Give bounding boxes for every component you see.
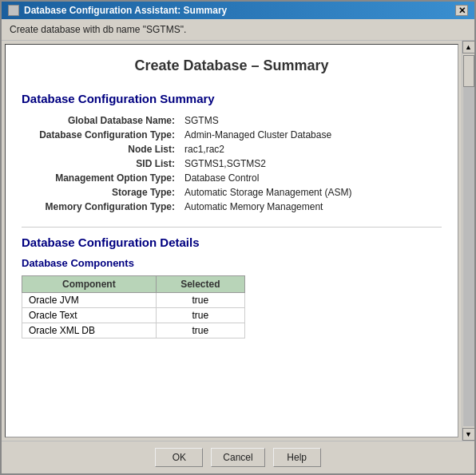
scrollbar-track[interactable] [463,55,474,426]
details-section-title: Database Configuration Details [22,236,442,249]
summary-label: Storage Type: [22,185,181,200]
component-selected: true [156,323,244,338]
summary-label: Node List: [22,142,181,156]
section-divider [22,227,442,228]
summary-row: Node List: rac1,rac2 [22,142,442,156]
main-window: Database Configuration Assistant: Summar… [0,0,476,475]
window-icon [8,5,19,16]
summary-label: Memory Configuration Type: [22,200,181,214]
main-area: Create Database – Summary Database Confi… [2,41,474,441]
scrollbar-down-button[interactable]: ▼ [462,428,475,441]
summary-row: Memory Configuration Type: Automatic Mem… [22,200,442,214]
components-table: Component Selected Oracle JVM true Oracl… [22,275,245,338]
info-bar: Create database with db name "SGTMS". [2,19,474,41]
scrollbar[interactable]: ▲ ▼ [462,41,474,441]
summary-row: Storage Type: Automatic Storage Manageme… [22,185,442,200]
scrollbar-thumb[interactable] [463,55,474,87]
footer: OK Cancel Help [2,441,474,473]
summary-table: Global Database Name: SGTMS Database Con… [22,113,442,214]
summary-section-title: Database Configuration Summary [22,92,442,105]
component-selected: true [156,293,244,308]
summary-row: SID List: SGTMS1,SGTMS2 [22,156,442,171]
info-text: Create database with db name "SGTMS". [10,24,186,35]
summary-value: Admin-Managed Cluster Database [181,128,442,142]
ok-button[interactable]: OK [155,448,203,467]
component-name: Oracle Text [22,308,157,323]
summary-value: SGTMS [181,113,442,128]
summary-label: SID List: [22,156,181,171]
help-button[interactable]: Help [273,448,321,467]
component-name: Oracle JVM [22,293,157,308]
summary-row: Database Configuration Type: Admin-Manag… [22,128,442,142]
close-button[interactable]: ✕ [455,5,468,16]
summary-value: Automatic Storage Management (ASM) [181,185,442,200]
components-title: Database Components [22,257,442,269]
component-selected: true [156,308,244,323]
summary-label: Management Option Type: [22,171,181,185]
scrollbar-up-button[interactable]: ▲ [462,41,475,53]
summary-row: Management Option Type: Database Control [22,171,442,185]
summary-label: Global Database Name: [22,113,181,128]
content-panel: Create Database – Summary Database Confi… [5,44,458,437]
summary-value: SGTMS1,SGTMS2 [181,156,442,171]
component-col-header: Component [22,276,157,293]
component-row: Oracle JVM true [22,293,245,308]
title-bar: Database Configuration Assistant: Summar… [2,2,474,19]
close-icon: ✕ [458,6,466,16]
summary-row: Global Database Name: SGTMS [22,113,442,128]
component-row: Oracle Text true [22,308,245,323]
component-name: Oracle XML DB [22,323,157,338]
summary-label: Database Configuration Type: [22,128,181,142]
page-title: Create Database – Summary [22,57,442,79]
summary-value: Automatic Memory Management [181,200,442,214]
component-row: Oracle XML DB true [22,323,245,338]
cancel-button[interactable]: Cancel [211,448,264,467]
selected-col-header: Selected [156,276,244,293]
window-title: Database Configuration Assistant: Summar… [24,5,227,16]
summary-value: rac1,rac2 [181,142,442,156]
summary-value: Database Control [181,171,442,185]
